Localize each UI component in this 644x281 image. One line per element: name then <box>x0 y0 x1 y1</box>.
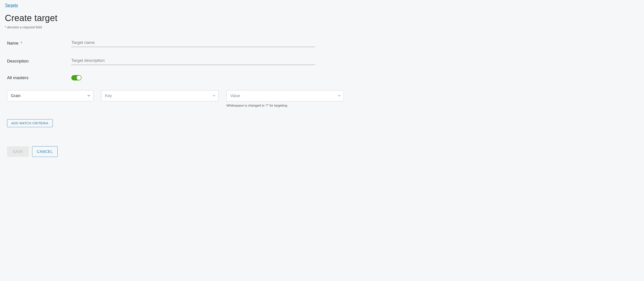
description-input[interactable] <box>71 57 315 65</box>
add-match-criteria-button[interactable]: ADD MATCH CRITERIA <box>7 119 53 127</box>
all-masters-toggle[interactable] <box>71 75 82 80</box>
criteria-key-select[interactable]: Key <box>101 90 219 101</box>
criteria-type-select[interactable]: Grain <box>7 90 94 101</box>
name-label: Name * <box>7 41 71 46</box>
description-label: Description <box>7 59 71 64</box>
name-label-text: Name <box>7 41 18 46</box>
required-field-note: *denotes a required field <box>5 25 639 29</box>
criteria-value-helper: Whitespace is changed to '?' for targeti… <box>226 104 344 107</box>
name-input[interactable] <box>71 39 315 47</box>
required-asterisk-icon: * <box>20 41 22 46</box>
criteria-value-placeholder: Value <box>230 94 240 98</box>
save-button[interactable]: SAVE <box>7 146 29 157</box>
toggle-knob <box>77 76 81 80</box>
form-actions: SAVE CANCEL <box>7 146 639 157</box>
criteria-type-selected: Grain <box>11 94 20 98</box>
required-asterisk-icon: * <box>5 25 6 29</box>
breadcrumb: Targets <box>5 3 639 8</box>
criteria-key-placeholder: Key <box>105 94 112 98</box>
chevron-down-icon <box>213 95 215 96</box>
criteria-value-select[interactable]: Value <box>226 90 344 101</box>
page-title: Create target <box>5 13 639 23</box>
required-field-note-text: denotes a required field <box>7 25 42 29</box>
cancel-button[interactable]: CANCEL <box>32 146 58 157</box>
all-masters-label: All masters <box>7 75 71 80</box>
breadcrumb-targets-link[interactable]: Targets <box>5 3 18 8</box>
chevron-down-icon <box>338 95 340 96</box>
match-criteria-row: Grain Key Value <box>7 90 639 107</box>
chevron-down-icon <box>88 95 90 96</box>
